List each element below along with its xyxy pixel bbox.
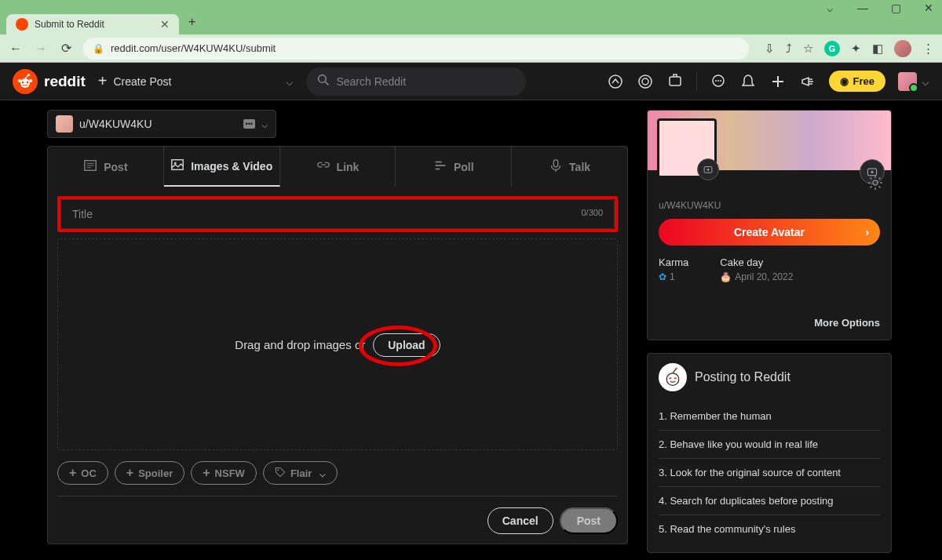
tab-post[interactable]: Post [48,147,164,187]
drop-text: Drag and drop images or [235,338,365,351]
search-placeholder: Search Reddit [336,75,406,88]
tag-oc[interactable]: +OC [57,461,108,485]
reload-button[interactable]: ⟳ [58,41,74,56]
rules-title: Posting to Reddit [695,370,790,384]
reddit-logo[interactable]: reddit [13,69,86,94]
plus-icon: + [98,72,108,90]
user-menu[interactable]: ⌵ [898,72,929,91]
profile-avatar-icon[interactable] [894,40,911,57]
tag-flair[interactable]: Flair⌵ [263,461,338,485]
tag-spoiler[interactable]: +Spoiler [115,461,184,485]
svg-point-11 [642,78,648,85]
svg-point-38 [669,377,671,380]
browser-tab[interactable]: Submit to Reddit ✕ [6,14,179,35]
tag-oc-label: OC [81,467,97,479]
snoo-icon [659,363,687,391]
install-icon[interactable]: ⇩ [765,42,775,56]
tab-link[interactable]: Link [280,147,396,187]
free-button[interactable]: ◉ Free [829,71,885,92]
nav-dropdown-caret[interactable]: ⌵ [286,74,294,89]
reddit-logo-text: reddit [44,73,86,90]
title-placeholder: Title [72,208,93,220]
user-avatar [898,72,917,91]
cakeday-label: Cake day [720,256,793,268]
svg-rect-12 [670,77,681,85]
plus-icon: + [126,466,133,480]
cake-icon: 🎂 [720,271,732,282]
media-drop-zone[interactable]: Drag and drop images or Upload [57,238,618,450]
sidepanel-icon[interactable]: ◧ [872,42,883,56]
search-input[interactable]: Search Reddit [306,67,526,96]
svg-point-1 [22,81,24,83]
create-icon[interactable] [769,73,787,90]
profile-banner [648,111,891,170]
tab-post-label: Post [104,161,127,173]
title-input[interactable]: Title 0/300 [60,199,615,229]
bookmark-icon[interactable]: ☆ [803,42,813,56]
tab-title: Submit to Reddit [35,19,104,30]
profile-card: u/W4KUW4KU Create Avatar › Karma ✿1 Cake… [647,110,892,340]
reddit-logo-icon [13,69,38,94]
community-avatar [56,115,73,133]
chevron-down-icon: ⌵ [319,467,326,479]
rule-item: 4. Search for duplicates before posting [659,487,880,515]
post-icon [83,158,97,175]
tab-images-label: Images & Video [191,160,272,173]
tab-images[interactable]: Images & Video [164,147,280,187]
reddit-header: reddit + Create Post ⌵ Search Reddit ◉ F… [0,63,942,100]
popular-icon[interactable] [607,73,624,90]
svg-point-0 [20,78,30,88]
tab-close-icon[interactable]: ✕ [160,18,170,31]
more-options-link[interactable]: More Options [659,293,880,329]
create-post-nav[interactable]: + Create Post [98,72,172,90]
browser-menu-icon[interactable]: ⋮ [922,42,934,56]
window-minimize[interactable]: — [856,2,870,14]
community-name: u/W4KUW4KU [79,118,152,130]
rules-card: Posting to Reddit 1. Remember the human … [647,353,892,553]
tab-talk[interactable]: Talk [512,147,627,187]
address-bar[interactable]: 🔒 reddit.com/user/W4KUW4KU/submit [83,38,749,60]
rule-item: 1. Remember the human [659,402,880,431]
community-selector[interactable]: u/W4KUW4KU ••• ⌵ [47,110,276,138]
notifications-icon[interactable] [739,73,757,90]
forward-button[interactable]: → [33,41,49,56]
extensions-icon[interactable]: ✦ [851,42,861,56]
window-maximize[interactable]: ▢ [889,2,903,14]
chat-icon[interactable] [710,73,727,90]
tab-poll-label: Poll [454,161,474,173]
header-actions: ◉ Free ⌵ [607,71,929,92]
karma-value: 1 [670,271,675,282]
grammarly-extension-icon[interactable]: G [824,41,840,56]
upload-button[interactable]: Upload [373,333,440,357]
tab-poll[interactable]: Poll [396,147,512,187]
svg-point-16 [720,80,721,82]
advertise-icon[interactable] [799,73,816,90]
post-type-tabs: Post Images & Video Link Poll Talk [47,146,628,187]
svg-rect-28 [553,160,557,167]
dots-icon: ••• [243,119,255,129]
reddit-favicon [16,18,28,31]
karma-label: Karma [659,256,688,268]
coin-icon[interactable] [637,73,654,90]
back-button[interactable]: ← [8,41,24,56]
sidebar: u/W4KUW4KU Create Avatar › Karma ✿1 Cake… [647,110,892,560]
share-icon[interactable]: ⤴ [786,42,792,55]
title-counter: 0/300 [581,208,603,220]
window-controls: ⌵ — ▢ ✕ [823,2,936,14]
post-button[interactable]: Post [560,507,618,534]
chevron-right-icon: › [865,226,869,238]
svg-point-2 [27,81,29,83]
shield-icon[interactable] [666,73,684,90]
new-tab-button[interactable]: + [188,15,195,32]
window-close[interactable]: ✕ [922,2,936,14]
image-icon [170,158,184,174]
create-avatar-button[interactable]: Create Avatar › [659,219,880,245]
divider [696,72,697,91]
gear-icon[interactable] [867,175,883,194]
tag-nsfw[interactable]: +NSFW [191,461,257,485]
window-caret[interactable]: ⌵ [823,2,837,14]
coin-small-icon: ◉ [840,75,849,87]
svg-point-29 [277,469,279,471]
cancel-button[interactable]: Cancel [487,507,553,534]
chevron-down-icon: ⌵ [922,74,929,89]
